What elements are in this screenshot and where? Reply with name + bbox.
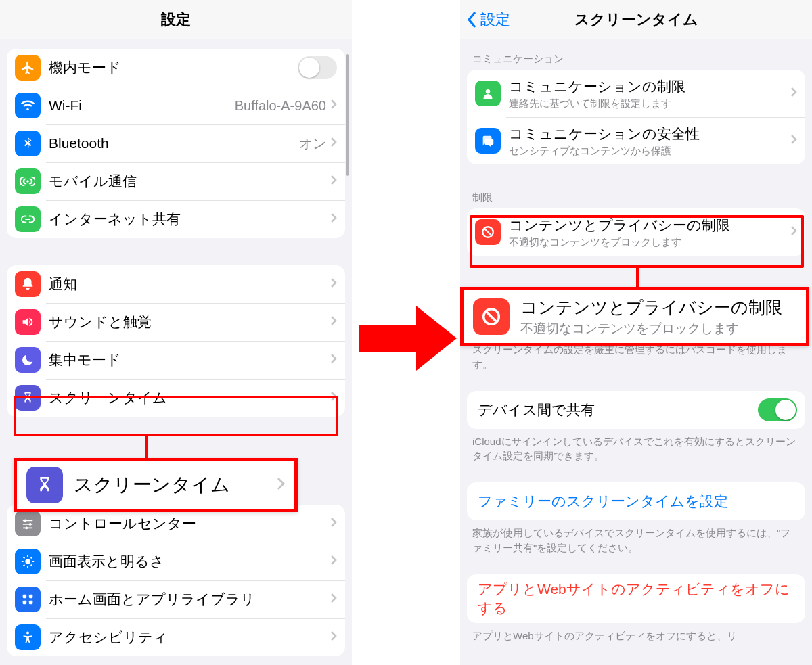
back-button[interactable]: 設定 (460, 9, 510, 30)
row-label: 機内モード (49, 58, 298, 77)
row-display[interactable]: 画面表示と明るさ (7, 543, 345, 580)
share-note: iCloudにサインインしているデバイスでこれを有効にするとスクリーンタイム設定… (472, 434, 800, 464)
svg-rect-5 (23, 528, 33, 529)
airplane-icon (15, 55, 41, 81)
row-label: 通知 (49, 275, 330, 294)
row-label: アクセシビリティ (49, 628, 330, 647)
row-value: Buffalo-A-9A60 (235, 98, 326, 114)
chevron-right-icon (330, 137, 337, 150)
chevron-right-icon (790, 225, 797, 239)
settings-group-network: 機内モード Wi-Fi Buffalo-A-9A60 Bluetooth オン … (7, 49, 345, 238)
row-mobile[interactable]: モバイル通信 (7, 162, 345, 200)
passcode-note: スクリーンタイムの設定を厳重に管理するにはパスコードを使用します。 (472, 342, 800, 372)
contact-icon (475, 81, 501, 106)
svg-point-12 (486, 89, 490, 93)
svg-rect-1 (23, 520, 33, 522)
row-content-privacy[interactable]: コンテンツとプライバシーの制限 不適切なコンテンツをブロックします (467, 208, 805, 256)
callout-content-privacy: コンテンツとプライバシーの制限 不適切なコンテンツをブロックします (460, 287, 809, 346)
link-icon (15, 206, 41, 232)
row-off-link[interactable]: アプリとWebサイトのアクティビティをオフにする (467, 574, 805, 624)
row-label: ホーム画面とアプリライブラリ (49, 590, 330, 609)
row-notifications[interactable]: 通知 (7, 265, 345, 303)
row-comm-limit[interactable]: コミュニケーションの制限 連絡先に基づいて制限を設定します (467, 70, 805, 117)
row-bluetooth[interactable]: Bluetooth オン (7, 124, 345, 162)
wifi-icon (15, 93, 41, 118)
row-wifi[interactable]: Wi-Fi Buffalo-A-9A60 (7, 87, 345, 124)
row-label: インターネット共有 (49, 210, 330, 229)
chevron-right-icon (330, 630, 337, 644)
section-header-limit: 制限 (472, 191, 800, 204)
grid-icon (15, 587, 41, 612)
group-off: アプリとWebサイトのアクティビティをオフにする (467, 574, 805, 624)
nav-title: スクリーンタイム (460, 9, 812, 30)
row-label: サウンドと触覚 (49, 313, 330, 331)
row-share-devices[interactable]: デバイス間で共有 (467, 391, 805, 429)
row-focus[interactable]: 集中モード (7, 341, 345, 379)
chevron-right-icon (330, 353, 337, 367)
row-comm-safety[interactable]: コミュニケーションの安全性 センシティブなコンテンツから保護 (467, 117, 805, 164)
sliders-icon (15, 511, 41, 536)
row-label: スクリーンタイム (49, 388, 330, 407)
svg-rect-7 (23, 595, 27, 599)
chevron-right-icon (330, 175, 337, 188)
row-sublabel: 連絡先に基づいて制限を設定します (509, 97, 790, 110)
row-label: Wi-Fi (49, 97, 235, 114)
section-header-communication: コミュニケーション (472, 53, 800, 66)
svg-rect-3 (23, 524, 33, 525)
speaker-icon (15, 309, 41, 335)
screentime-screen: 設定 スクリーンタイム コミュニケーション コミュニケーションの制限 連絡先に基… (460, 0, 812, 665)
nav-bar: 設定 スクリーンタイム (460, 0, 812, 39)
svg-rect-8 (29, 595, 33, 599)
row-label: コントロールセンター (49, 514, 330, 533)
row-sublabel: 不適切なコンテンツをブロックします (509, 236, 790, 249)
scrollbar-indicator[interactable] (346, 54, 349, 176)
chevron-right-icon (330, 555, 337, 568)
chevron-right-icon (330, 391, 337, 405)
row-homescreen[interactable]: ホーム画面とアプリライブラリ (7, 580, 345, 618)
group-communication: コミュニケーションの制限 連絡先に基づいて制限を設定します コミュニケーションの… (467, 70, 805, 164)
row-airplane[interactable]: 機内モード (7, 49, 345, 87)
row-accessibility[interactable]: アクセシビリティ (7, 618, 345, 656)
svg-rect-10 (29, 601, 33, 605)
chevron-right-icon (330, 315, 337, 329)
settings-group-general: コントロールセンター 画面表示と明るさ ホーム画面とアプリライブラリ アクセシビ… (7, 505, 345, 656)
row-label: デバイス間で共有 (478, 400, 758, 419)
chevron-right-icon (330, 517, 337, 530)
row-hotspot[interactable]: インターネット共有 (7, 200, 345, 238)
row-family-link[interactable]: ファミリーのスクリーンタイムを設定 (467, 482, 805, 520)
row-sublabel: センシティブなコンテンツから保護 (509, 145, 790, 158)
row-label: コミュニケーションの安全性 (509, 124, 790, 143)
bluetooth-icon (15, 131, 41, 156)
nav-bar: 設定 (0, 0, 352, 39)
sun-icon (15, 549, 41, 574)
svg-rect-9 (23, 601, 27, 605)
row-sounds[interactable]: サウンドと触覚 (7, 303, 345, 341)
callout-sublabel: 不適切なコンテンツをブロックします (520, 320, 796, 338)
row-label: アプリとWebサイトのアクティビティをオフにする (478, 580, 797, 618)
arrow-right-icon (355, 298, 460, 382)
row-label: コミュニケーションの制限 (509, 77, 790, 96)
accessibility-icon (15, 624, 41, 650)
group-limit: コンテンツとプライバシーの制限 不適切なコンテンツをブロックします (467, 208, 805, 256)
svg-point-6 (25, 559, 30, 564)
off-note: アプリとWebサイトのアクティビティをオフにすると、リ (472, 628, 800, 643)
svg-point-11 (26, 632, 29, 635)
nav-title: 設定 (0, 9, 352, 30)
row-label: Bluetooth (49, 135, 299, 152)
callout-label: コンテンツとプライバシーの制限 (520, 296, 796, 319)
callout-screentime: スクリーンタイム (14, 458, 298, 512)
row-value: オン (299, 135, 326, 153)
share-toggle[interactable] (758, 398, 797, 421)
chevron-right-icon (330, 593, 337, 606)
group-family: ファミリーのスクリーンタイムを設定 (467, 482, 805, 520)
settings-screen: 設定 機内モード Wi-Fi Buffalo-A-9A60 Bluetooth … (0, 0, 352, 665)
row-label: 集中モード (49, 350, 330, 369)
chevron-right-icon (330, 99, 337, 112)
chevron-right-icon (277, 477, 285, 493)
back-label: 設定 (480, 9, 510, 30)
row-screentime[interactable]: スクリーンタイム (7, 379, 345, 417)
no-icon (475, 219, 501, 245)
family-note: 家族が使用しているデバイスでスクリーンタイムを使用するには、"ファミリー共有"を… (472, 526, 800, 555)
airplane-toggle[interactable] (298, 56, 337, 79)
chevron-right-icon (330, 212, 337, 226)
